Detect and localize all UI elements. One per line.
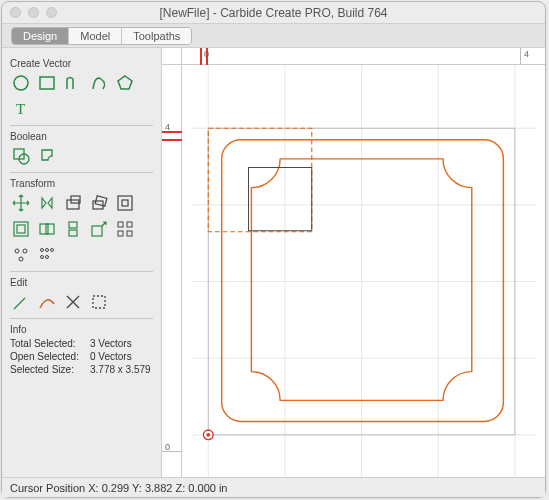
window-title: [NewFile] - Carbide Create PRO, Build 76…: [2, 6, 545, 20]
svg-rect-18: [92, 226, 102, 236]
svg-point-29: [41, 256, 44, 259]
ruler-v-marker-bot-icon: [162, 139, 182, 141]
svg-rect-19: [118, 222, 123, 227]
zoom-icon[interactable]: [46, 7, 57, 18]
rectangle-tool-icon[interactable]: [36, 72, 58, 94]
move-tool-icon[interactable]: [10, 192, 32, 214]
boolean-union-icon[interactable]: [10, 145, 32, 167]
info-size-value: 3.778 x 3.579: [90, 364, 151, 375]
flip-tool-icon[interactable]: [62, 218, 84, 240]
app-window: [NewFile] - Carbide Create PRO, Build 76…: [1, 1, 546, 498]
polygon-tool-icon[interactable]: [114, 72, 136, 94]
info-total-label: Total Selected:: [10, 338, 90, 349]
vector-square[interactable]: [249, 168, 312, 231]
canvas-area[interactable]: 0 4 0 4: [162, 48, 545, 477]
section-create-vector: Create Vector: [10, 58, 153, 69]
polyline-tool-icon[interactable]: [62, 72, 84, 94]
ruler-v-0: 0: [165, 442, 170, 452]
break-icon[interactable]: [62, 291, 84, 313]
tab-design[interactable]: Design: [12, 28, 69, 44]
svg-rect-1: [40, 77, 54, 89]
ruler-vertical: 0 4: [162, 65, 182, 477]
svg-rect-14: [40, 224, 48, 234]
svg-rect-20: [127, 222, 132, 227]
svg-point-30: [46, 256, 49, 259]
svg-rect-12: [14, 222, 28, 236]
svg-point-26: [41, 249, 44, 252]
scale-tool-icon[interactable]: [62, 192, 84, 214]
titlebar: [NewFile] - Carbide Create PRO, Build 76…: [2, 2, 545, 24]
text-tool-icon[interactable]: T: [10, 98, 32, 120]
mode-tabs: Design Model Toolpaths: [2, 24, 545, 48]
section-edit: Edit: [10, 277, 153, 288]
svg-rect-31: [93, 296, 105, 308]
close-icon[interactable]: [10, 7, 21, 18]
info-open-label: Open Selected:: [10, 351, 90, 362]
svg-text:T: T: [16, 101, 25, 117]
section-transform: Transform: [10, 178, 153, 189]
info-total-value: 3 Vectors: [90, 338, 132, 349]
resize-tool-icon[interactable]: [88, 218, 110, 240]
svg-point-28: [51, 249, 54, 252]
group-tool-icon[interactable]: [36, 218, 58, 240]
trim-icon[interactable]: [36, 291, 58, 313]
minimize-icon[interactable]: [28, 7, 39, 18]
curve-tool-icon[interactable]: [88, 72, 110, 94]
info-open-value: 0 Vectors: [90, 351, 132, 362]
vector-outer[interactable]: [222, 140, 504, 422]
boolean-subtract-icon[interactable]: [36, 145, 58, 167]
ruler-h-marker-left-icon: [200, 48, 202, 65]
node-edit-icon[interactable]: [10, 291, 32, 313]
drawing-svg: [182, 65, 545, 477]
tab-toolpaths[interactable]: Toolpaths: [122, 28, 191, 44]
info-size-label: Selected Size:: [10, 364, 90, 375]
array-tool-icon[interactable]: [114, 218, 136, 240]
selection-box[interactable]: [208, 128, 311, 231]
section-boolean: Boolean: [10, 131, 153, 142]
svg-rect-11: [122, 200, 128, 206]
cursor-position: Cursor Position X: 0.299 Y: 3.882 Z: 0.0…: [10, 482, 228, 494]
circular-pattern-icon[interactable]: [10, 244, 32, 266]
tool-sidebar: Create Vector T Boolean Transform: [2, 48, 162, 477]
svg-point-23: [15, 249, 19, 253]
ruler-h-marker-right-icon: [206, 48, 208, 65]
svg-rect-15: [46, 224, 54, 234]
svg-rect-22: [127, 231, 132, 236]
rotate-tool-icon[interactable]: [88, 192, 110, 214]
ruler-corner: [162, 48, 182, 65]
ruler-h-4: 4: [524, 49, 529, 59]
svg-point-24: [23, 249, 27, 253]
offset-tool-icon[interactable]: [10, 218, 32, 240]
svg-point-25: [19, 257, 23, 261]
svg-rect-16: [69, 222, 77, 228]
window-controls: [10, 7, 57, 18]
circle-tool-icon[interactable]: [10, 72, 32, 94]
svg-rect-13: [17, 225, 25, 233]
svg-point-27: [46, 249, 49, 252]
ruler-horizontal: 0 4: [182, 48, 545, 65]
section-info: Info: [10, 324, 153, 335]
mirror-tool-icon[interactable]: [36, 192, 58, 214]
status-bar: Cursor Position X: 0.299 Y: 3.882 Z: 0.0…: [2, 477, 545, 497]
svg-marker-2: [118, 76, 132, 89]
linear-pattern-icon[interactable]: [36, 244, 58, 266]
svg-point-0: [14, 76, 28, 90]
tab-model[interactable]: Model: [69, 28, 122, 44]
svg-rect-17: [69, 230, 77, 236]
ruler-v-marker-top-icon: [162, 131, 182, 133]
svg-rect-21: [118, 231, 123, 236]
svg-rect-10: [118, 196, 132, 210]
svg-rect-6: [67, 200, 79, 209]
align-tool-icon[interactable]: [114, 192, 136, 214]
join-icon[interactable]: [88, 291, 110, 313]
origin-dot-icon: [206, 433, 210, 437]
drawing-viewport[interactable]: [182, 65, 545, 477]
